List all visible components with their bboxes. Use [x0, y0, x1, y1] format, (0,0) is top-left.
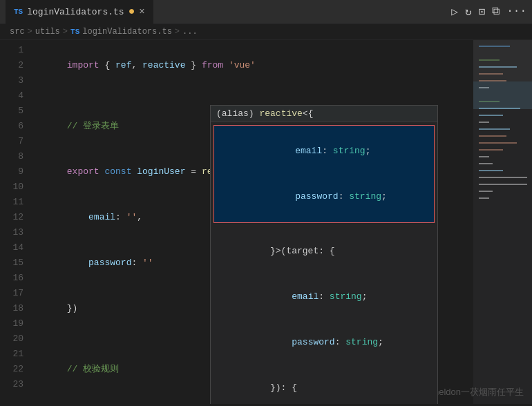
minimap-svg	[473, 40, 532, 404]
ac-email-line: email: string;	[220, 128, 428, 174]
ac-body: }>(target: { email: string; password: st…	[211, 226, 437, 404]
code-line-1: import { ref, reactive } from 'vue'	[35, 43, 473, 88]
breadcrumb-sep2: >	[63, 27, 68, 37]
svg-rect-18	[479, 170, 503, 171]
breadcrumb-utils[interactable]: utils	[35, 27, 60, 37]
breadcrumb: src > utils > TS loginValidators.ts > ..…	[0, 24, 532, 40]
code-line-2	[35, 88, 473, 104]
svg-rect-21	[479, 191, 493, 192]
more-icon[interactable]: ···	[506, 5, 526, 19]
tab-close-button[interactable]: ×	[139, 6, 144, 17]
autocomplete-popup: (alias) reactive<{ email: string; passwo…	[210, 105, 438, 404]
title-bar: TS loginValidators.ts ● × ▷ ↻ ⊡ ⧉ ···	[0, 0, 532, 24]
minimap	[473, 40, 532, 404]
ac-highlighted-block: email: string; password: string;	[213, 125, 435, 223]
ac-password-line: password: string;	[220, 174, 428, 220]
svg-rect-15	[479, 149, 503, 151]
layout-icon[interactable]: ⧉	[492, 5, 500, 19]
ac-body-line2: email: string;	[216, 274, 432, 320]
svg-rect-11	[479, 122, 489, 123]
breadcrumb-file[interactable]: loginValidators.ts	[82, 27, 172, 37]
split-icon[interactable]: ⊡	[479, 5, 486, 19]
svg-rect-20	[479, 184, 527, 185]
svg-rect-12	[479, 128, 510, 130]
svg-rect-16	[479, 156, 489, 157]
refresh-icon[interactable]: ↻	[465, 5, 472, 19]
svg-rect-24	[473, 40, 532, 109]
title-bar-actions: ▷ ↻ ⊡ ⧉ ···	[451, 5, 526, 19]
dirty-indicator: ●	[129, 6, 135, 18]
run-icon[interactable]: ▷	[451, 5, 458, 19]
ac-body-line1: }>(target: {	[216, 229, 432, 274]
line-numbers: 1 2 3 4 5 6 7 8 9 10 11 12 13 14 15 16 1…	[0, 40, 29, 404]
breadcrumb-more[interactable]: ...	[182, 27, 198, 37]
svg-rect-10	[479, 115, 503, 116]
ac-body-line4: }): {	[216, 365, 432, 404]
editor-tab[interactable]: TS loginValidators.ts ● ×	[6, 0, 153, 24]
breadcrumb-sep3: >	[175, 27, 180, 37]
tab-filename: loginValidators.ts	[27, 7, 124, 17]
code-editor[interactable]: import { ref, reactive } from 'vue' // 登…	[29, 40, 473, 404]
ac-header: (alias) reactive<{	[211, 106, 437, 122]
svg-rect-19	[479, 177, 527, 178]
breadcrumb-src[interactable]: src	[10, 27, 25, 37]
svg-rect-13	[479, 135, 506, 137]
editor-area: 1 2 3 4 5 6 7 8 9 10 11 12 13 14 15 16 1…	[0, 40, 532, 404]
breadcrumb-ts-icon: TS	[70, 28, 79, 36]
ac-body-line3: password: string;	[216, 320, 432, 365]
ts-file-icon: TS	[14, 8, 23, 16]
svg-rect-14	[479, 142, 517, 144]
svg-rect-17	[479, 163, 493, 164]
svg-rect-22	[479, 197, 489, 199]
breadcrumb-sep1: >	[28, 27, 32, 37]
